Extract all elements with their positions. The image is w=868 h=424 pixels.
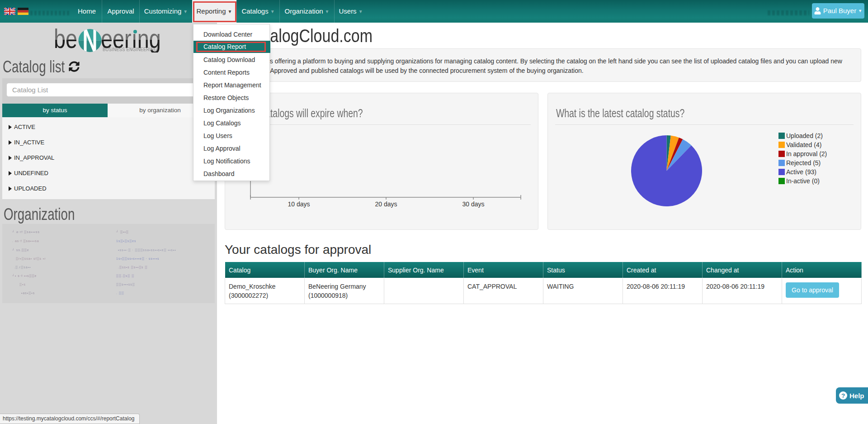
svg-text:30 days: 30 days xyxy=(462,200,484,208)
svg-text:?: ? xyxy=(841,392,845,399)
svg-text:10 days: 10 days xyxy=(288,200,310,208)
svg-text:20 days: 20 days xyxy=(375,200,397,208)
